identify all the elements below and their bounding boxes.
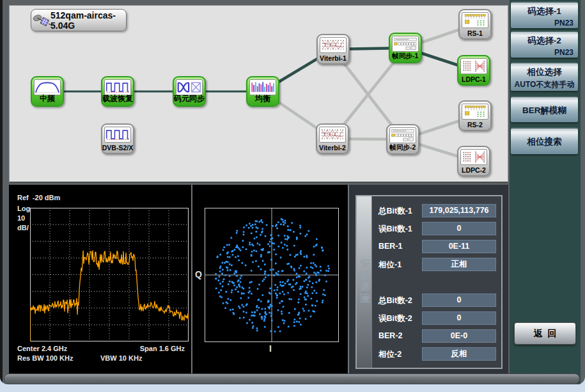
ber-row-label: 总Bit数-2 — [378, 295, 412, 306]
ber-row-4: 总Bit数-20 — [377, 294, 499, 308]
ber-row-label: 相位-2 — [378, 349, 402, 360]
ber-panel-inner: 误码检测 总Bit数-1179,025,113,776误Bit数-10BER-1… — [355, 195, 503, 369]
spectrum-panel: Ref -20 dBm Log 10 dB/ Center 2.4 GHz Sp… — [9, 185, 191, 374]
satellite-icon — [33, 11, 52, 30]
ber-row-value: 0 — [422, 311, 496, 325]
ldpc-icon — [460, 149, 487, 165]
ber-row-label: 相位-1 — [378, 260, 402, 270]
ber-row-value: 正相 — [422, 258, 496, 271]
block-label-zhongpin: 中频 — [29, 93, 65, 104]
ber-row-1: 误Bit数-10 — [377, 222, 499, 236]
sidebar-button-sublabel: AUTO不支持手动 — [511, 79, 578, 90]
signal-title-button[interactable]: 512qam-aircas-5.04G — [31, 9, 127, 31]
ber-row-5: 误Bit数-20 — [377, 311, 499, 325]
rbw-label: Res BW 100 KHz — [17, 354, 73, 362]
block-label-zaibo: 载波恢复 — [100, 93, 136, 104]
block-label-zhen1: 帧同步-1 — [387, 52, 423, 61]
trellis-icon — [319, 127, 346, 143]
window-bottom-bar — [4, 373, 580, 384]
spectrum-plot — [30, 208, 189, 342]
block-zhen2[interactable]: 帧同步-2 — [386, 124, 419, 155]
ber-row-label: 误Bit数-1 — [378, 224, 412, 235]
ber-row-7: 相位-2反相 — [377, 347, 499, 361]
sidebar-button-4[interactable]: 相位搜索 — [511, 127, 578, 155]
sidebar-button-label: BER解模糊 — [511, 97, 578, 116]
sidebar-button-sublabel: PN23 — [511, 19, 578, 27]
block-mayuan[interactable]: 码元同步 — [173, 76, 206, 107]
block-zaibo[interactable]: 载波恢复 — [101, 76, 134, 107]
window-frame-left — [0, 0, 3, 384]
block-label-dvb: DVB-S2/X — [100, 144, 136, 152]
app-window: 中频载波恢复码元同步均衡DVB-S2/XViterbi-1Viterbi-2帧同… — [0, 0, 585, 392]
squarewave-icon — [104, 127, 131, 143]
window-frame: 中频载波恢复码元同步均衡DVB-S2/XViterbi-1Viterbi-2帧同… — [0, 0, 585, 384]
scale-label-log: Log — [17, 205, 30, 212]
scale-label-10: 10 — [17, 214, 25, 222]
ber-row-6: BER-20E-0 — [377, 329, 499, 343]
block-viterbi1[interactable]: Viterbi-1 — [316, 34, 350, 65]
ber-row-3: 相位-1正相 — [377, 258, 499, 272]
ber-row-value: 0 — [422, 222, 496, 235]
block-label-viterbi1: Viterbi-1 — [315, 54, 351, 62]
block-label-rs2: RS-2 — [457, 121, 493, 129]
back-button[interactable]: 返回 — [514, 322, 576, 345]
block-viterbi2[interactable]: Viterbi-2 — [316, 123, 349, 154]
ber-row-value: 0E-11 — [422, 240, 496, 253]
signal-title-label: 512qam-aircas-5.04G — [51, 10, 126, 31]
rs-icon — [462, 12, 488, 28]
block-label-ldpc1: LDPC-1 — [456, 75, 492, 83]
sidebar-button-label: 相位搜索 — [511, 129, 578, 148]
sidebar-button-label: 相位选择 — [511, 63, 578, 78]
ber-row-value: 反相 — [422, 347, 496, 361]
block-label-ldpc2: LDPC-2 — [456, 166, 492, 174]
block-junheng[interactable]: 均衡 — [246, 76, 279, 107]
q-axis-label: Q — [195, 269, 202, 279]
ber-panel: 误码检测 总Bit数-1179,025,113,776误Bit数-10BER-1… — [349, 185, 508, 374]
block-ldpc2[interactable]: LDPC-2 — [457, 146, 490, 176]
ber-row-label: 误Bit数-2 — [378, 313, 412, 324]
framesync-icon — [392, 36, 419, 52]
scale-label-dbdiv: dB/ — [17, 224, 29, 231]
sidebar-button-2[interactable]: 相位选择AUTO不支持手动 — [511, 62, 578, 91]
ber-side-strip: 误码检测 — [357, 196, 372, 368]
sidebar-button-label: 码选择-1 — [511, 3, 578, 17]
constellation-plot — [205, 208, 339, 342]
sidebar-button-sublabel: PN23 — [511, 48, 578, 57]
i-axis-label: I — [269, 343, 272, 354]
ber-row-value: 179,025,113,776 — [422, 204, 496, 217]
ber-row-value: 0 — [422, 294, 496, 307]
diagram-canvas: 中频载波恢复码元同步均衡DVB-S2/XViterbi-1Viterbi-2帧同… — [9, 5, 508, 183]
sidebar-button-1[interactable]: 码选择-2PN23 — [511, 31, 578, 58]
block-zhen1[interactable]: 帧同步-1 — [389, 33, 422, 63]
block-label-mayuan: 码元同步 — [171, 93, 207, 104]
ref-level-label: Ref -20 dBm — [17, 194, 60, 201]
ber-row-label: BER-2 — [378, 331, 403, 340]
ber-row-0: 总Bit数-1179,025,113,776 — [377, 204, 499, 218]
sidebar-button-label: 码选择-2 — [511, 32, 578, 47]
constellation-panel: Q I — [192, 185, 348, 374]
block-ldpc1[interactable]: LDPC-1 — [457, 55, 490, 86]
ldpc-icon — [460, 58, 487, 74]
ber-row-2: BER-10E-11 — [377, 240, 499, 254]
trellis-icon — [320, 37, 347, 53]
framesync-icon — [389, 127, 416, 143]
block-dvb[interactable]: DVB-S2/X — [101, 123, 134, 154]
block-label-rs1: RS-1 — [457, 29, 493, 37]
center-freq-label: Center 2.4 GHz — [17, 345, 67, 352]
sidebar-button-0[interactable]: 码选择-1PN23 — [511, 1, 578, 29]
sidebar: 码选择-1PN23码选择-2PN23相位选择AUTO不支持手动BER解模糊相位搜… — [510, 0, 581, 384]
block-rs1[interactable]: RS-1 — [458, 9, 492, 40]
ber-row-label: BER-1 — [378, 242, 403, 251]
ber-row-value: 0E-0 — [422, 329, 496, 343]
block-label-junheng: 均衡 — [245, 93, 281, 104]
vbw-label: VBW 10 KHz — [100, 354, 142, 362]
sidebar-button-3[interactable]: BER解模糊 — [511, 96, 578, 123]
rs-icon — [462, 104, 488, 120]
ber-row-label: 总Bit数-1 — [378, 206, 412, 217]
block-label-zhen2: 帧同步-2 — [385, 143, 421, 152]
block-label-viterbi2: Viterbi-2 — [315, 144, 350, 152]
ber-side-label: 误码检测 — [358, 259, 370, 305]
block-rs2[interactable]: RS-2 — [458, 100, 492, 131]
block-zhongpin[interactable]: 中频 — [31, 76, 64, 107]
bottom-panels: Ref -20 dBm Log 10 dB/ Center 2.4 GHz Sp… — [9, 185, 508, 374]
